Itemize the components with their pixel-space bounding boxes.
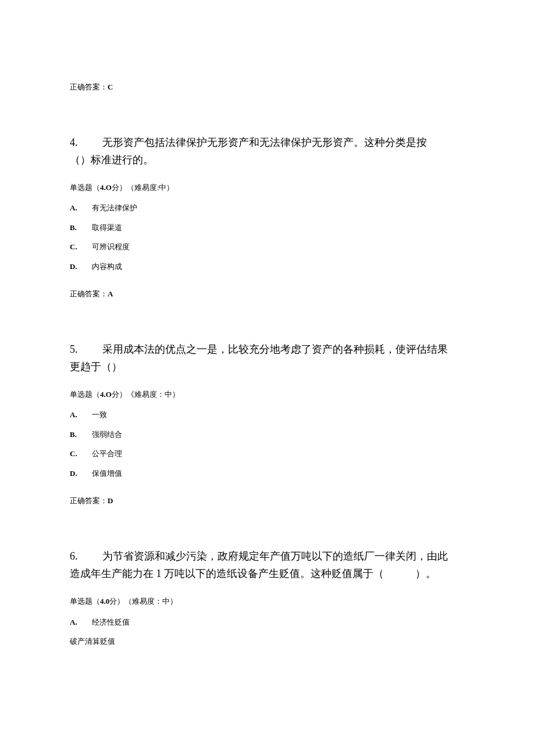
prev-correct-answer: 正确答案：C: [70, 81, 465, 93]
question-stem: 6.为节省资源和减少污染，政府规定年产值万吨以下的造纸厂一律关闭，由此 造成年生…: [70, 547, 465, 583]
stem-text-line2: （）标准进行的。: [70, 154, 154, 166]
option-b: B. 强弱结合: [70, 429, 465, 440]
option-letter: A.: [70, 617, 92, 628]
option-c: C. 公平合理: [70, 448, 465, 460]
option-a: A. 一致: [70, 409, 465, 421]
option-letter: D.: [70, 468, 92, 479]
meta-prefix: 单选题（: [70, 390, 100, 399]
question-number: 6.: [70, 547, 102, 565]
option-text: 内容构成: [92, 261, 122, 273]
option-text: 取得渠道: [92, 222, 122, 234]
meta-mid: 分）《难易度：中）: [112, 390, 180, 399]
option-text: 公平合理: [92, 448, 122, 460]
option-letter: A.: [70, 409, 92, 421]
option-text: 经济性贬值: [92, 617, 130, 628]
meta-points: 4.O: [100, 183, 112, 192]
question-meta: 单选题（4.O分）（难易度:中）: [70, 182, 465, 194]
answer-value: A: [108, 289, 113, 298]
options-list: A. 有无法律保护 B. 取得渠道 C. 可辨识程度 D. 内容构成: [70, 202, 465, 272]
option-d: D. 保值增值: [70, 468, 465, 479]
meta-prefix: 单选题（: [70, 183, 100, 192]
option-b: B. 取得渠道: [70, 222, 465, 234]
meta-prefix: 单选题（: [70, 597, 100, 605]
option-c: C. 可辨识程度: [70, 241, 465, 253]
answer-value: C: [108, 83, 113, 91]
option-text: 可辨识程度: [92, 241, 130, 253]
answer-label: 正确答案：: [70, 496, 108, 505]
option-letter: B.: [70, 429, 92, 440]
options-list: A. 一致 B. 强弱结合 C. 公平合理 D. 保值增值: [70, 409, 465, 479]
meta-mid: 分）（难易度：中）: [109, 597, 177, 605]
question-number: 4.: [70, 134, 102, 152]
option-letter: C.: [70, 448, 92, 460]
question-number: 5.: [70, 341, 102, 359]
stem-text-line1: 为节省资源和减少污染，政府规定年产值万吨以下的造纸厂一律关闭，由此: [102, 550, 448, 562]
option-letter: D.: [70, 261, 92, 273]
answer-value: D: [108, 496, 113, 505]
correct-answer: 正确答案：A: [70, 288, 465, 300]
question-4: 4.无形资产包括法律保护无形资产和无法律保护无形资产。这种分类是按 （）标准进行…: [70, 134, 465, 300]
option-text: 强弱结合: [92, 429, 122, 440]
option-letter: B.: [70, 222, 92, 234]
stem-text-line2: 更趋于（）: [70, 361, 122, 372]
trailing-text: 破产清算贬值: [70, 636, 465, 647]
options-list: A. 经济性贬值: [70, 617, 465, 628]
stem-text-line1: 无形资产包括法律保护无形资产和无法律保护无形资产。这种分类是按: [102, 137, 427, 148]
question-meta: 单选题（4.O分）《难易度：中）: [70, 389, 465, 400]
question-6: 6.为节省资源和减少污染，政府规定年产值万吨以下的造纸厂一律关闭，由此 造成年生…: [70, 547, 465, 647]
meta-mid: 分）（难易度:中）: [112, 183, 174, 192]
option-text: 保值增值: [92, 468, 122, 479]
option-text: 一致: [92, 409, 107, 421]
option-d: D. 内容构成: [70, 261, 465, 273]
answer-label: 正确答案：: [70, 289, 108, 298]
option-letter: A.: [70, 202, 92, 214]
question-5: 5.采用成本法的优点之一是，比较充分地考虑了资产的各种损耗，使评估结果 更趋于（…: [70, 341, 465, 507]
question-stem: 5.采用成本法的优点之一是，比较充分地考虑了资产的各种损耗，使评估结果 更趋于（…: [70, 341, 465, 376]
option-a: A. 经济性贬值: [70, 617, 465, 628]
question-meta: 单选题（4.0分）（难易度：中）: [70, 596, 465, 607]
answer-label: 正确答案：: [70, 83, 108, 91]
correct-answer: 正确答案：D: [70, 495, 465, 507]
meta-points: 4.0: [100, 597, 109, 605]
stem-text-line1: 采用成本法的优点之一是，比较充分地考虑了资产的各种损耗，使评估结果: [102, 343, 448, 355]
stem-text-line2: 造成年生产能力在 1 万吨以下的造纸设备产生贬值。这种贬值属于（ ）。: [70, 568, 436, 579]
meta-points: 4.O: [100, 390, 112, 399]
question-stem: 4.无形资产包括法律保护无形资产和无法律保护无形资产。这种分类是按 （）标准进行…: [70, 134, 465, 169]
option-text: 有无法律保护: [92, 202, 137, 214]
option-a: A. 有无法律保护: [70, 202, 465, 214]
option-letter: C.: [70, 241, 92, 253]
